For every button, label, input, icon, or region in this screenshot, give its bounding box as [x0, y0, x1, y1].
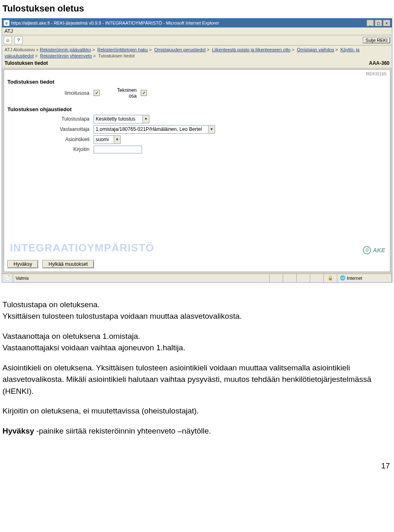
section-title: Todistuksen tiedot: [7, 79, 387, 85]
checkbox-ilmoitusosa[interactable]: [94, 90, 100, 96]
hylkaa-button[interactable]: Hylkää muutokset: [42, 260, 94, 268]
breadcrumb: ATJ Aloitussivu » Rekisteröinnin päävali…: [2, 46, 392, 60]
paragraph: Tulostustapa on oletuksena. Yksittäisen …: [2, 299, 392, 322]
titlebar-text: https://atjtesti.ake.fi - REKI-järjestel…: [11, 21, 367, 25]
input-kirjoitin[interactable]: [94, 146, 142, 153]
breadcrumb-link[interactable]: Rekisteröintitietojen haku: [97, 47, 148, 52]
watermark: INTEGRAATIOYMPÄRISTÖ: [10, 242, 154, 254]
close-window-button[interactable]: ×: [383, 20, 390, 26]
select-value: suomi: [94, 136, 114, 144]
checkbox-row: Ilmoitusosa Tekninen osa: [7, 87, 387, 99]
paragraph: Hyväksy -painike siirtää rekisteröinnin …: [2, 425, 392, 437]
user-icon[interactable]: ☺: [4, 36, 12, 44]
menubar[interactable]: ATJ: [2, 27, 392, 35]
ake-logo: @ AKE: [363, 246, 385, 254]
breadcrumb-link[interactable]: Rekisteröinnin yhteenveto: [40, 53, 92, 58]
page-number: 17: [0, 445, 394, 475]
breadcrumb-link[interactable]: Rekisteröinnin päävalikko: [40, 47, 91, 52]
ake-icon: @: [363, 246, 371, 254]
toolbar: ☺ ? Sulje REKI: [2, 35, 392, 46]
section-title: Tulostuksen ohjaustiedot: [7, 106, 387, 112]
label-asiointikieli: Asiointikieli: [7, 137, 94, 142]
breadcrumb-start: ATJ Aloitussivu »: [5, 47, 39, 52]
checkbox-tekninen-osa[interactable]: [141, 90, 147, 96]
statusbar: 📄 Valmis 🔒 🌐 Internet: [2, 274, 392, 282]
titlebar: e https://atjtesti.ake.fi - REKI-järjest…: [2, 18, 392, 27]
help-icon[interactable]: ?: [14, 36, 23, 44]
browser-window: e https://atjtesti.ake.fi - REKI-järjest…: [2, 18, 392, 283]
status-cell: [283, 274, 297, 282]
breadcrumb-current: Tulostuksen tiedot: [98, 53, 135, 58]
status-cell: [310, 274, 324, 282]
select-value: 1.omistaja/180765-021P/Hämäläinen, Leo B…: [94, 126, 208, 133]
paragraph: Kirjoitin on oletuksena, ei muutettaviss…: [2, 405, 392, 417]
status-zone: 🌐 Internet: [337, 274, 392, 282]
ie-icon: e: [4, 20, 9, 26]
body-text: Tulostustapa on oletuksena. Yksittäisen …: [2, 299, 392, 437]
maximize-button[interactable]: □: [375, 20, 382, 26]
breadcrumb-link[interactable]: Omistajan vaihdos: [297, 47, 334, 52]
paragraph: Asiointikieli on oletuksena. Yksittäisen…: [2, 362, 392, 397]
select-tulostustapa[interactable]: Keskitetty tulostus ▼: [94, 115, 149, 123]
paragraph: Vastaanottaja on oletuksena 1.omistaja. …: [2, 331, 392, 354]
hyvaksy-button[interactable]: Hyväksy: [7, 260, 38, 268]
page-subtitle: Tulostuksen tiedot: [5, 60, 48, 66]
label-tekninen-osa: Tekninen osa: [108, 87, 141, 99]
select-vastaanottaja[interactable]: 1.omistaja/180765-021P/Hämäläinen, Leo B…: [94, 125, 215, 134]
subheader: Tulostuksen tiedot AAA-360: [2, 60, 392, 68]
lock-icon: 🔒: [328, 275, 333, 281]
status-icon: 📄: [2, 274, 13, 282]
label-tulostustapa: Tulostustapa: [7, 116, 94, 122]
label-vastaanottaja: Vastaanottaja: [7, 126, 94, 132]
screen-code: REKI0165: [366, 71, 387, 76]
status-cell: [270, 274, 283, 282]
sulje-reki-button[interactable]: Sulje REKI: [363, 37, 390, 43]
chevron-down-icon: ▼: [142, 115, 149, 123]
globe-icon: 🌐: [340, 275, 346, 281]
status-lock: 🔒: [324, 274, 337, 282]
ake-text: AKE: [373, 247, 385, 253]
breadcrumb-link[interactable]: Omistajuuden perustiedot: [154, 47, 206, 52]
page-heading: Tulostuksen oletus: [0, 0, 394, 18]
minimize-button[interactable]: _: [367, 20, 374, 26]
content-area: REKI0165 Todistuksen tiedot Ilmoitusosa …: [4, 69, 390, 272]
breadcrumb-link[interactable]: Liikenteestä poisto ja liikenteeseen ott…: [212, 47, 291, 52]
status-cell: [297, 274, 310, 282]
plate-number: AAA-360: [369, 60, 389, 66]
chevron-down-icon: ▼: [208, 126, 215, 133]
select-asiointikieli[interactable]: suomi ▼: [94, 135, 121, 144]
label-ilmoitusosa: Ilmoitusosa: [7, 90, 94, 96]
status-internet: Internet: [347, 276, 362, 281]
status-valmis: Valmis: [13, 274, 270, 282]
label-kirjoitin: Kirjoitin: [7, 146, 94, 152]
chevron-down-icon: ▼: [114, 136, 120, 144]
select-value: Keskitetty tulostus: [94, 115, 142, 123]
